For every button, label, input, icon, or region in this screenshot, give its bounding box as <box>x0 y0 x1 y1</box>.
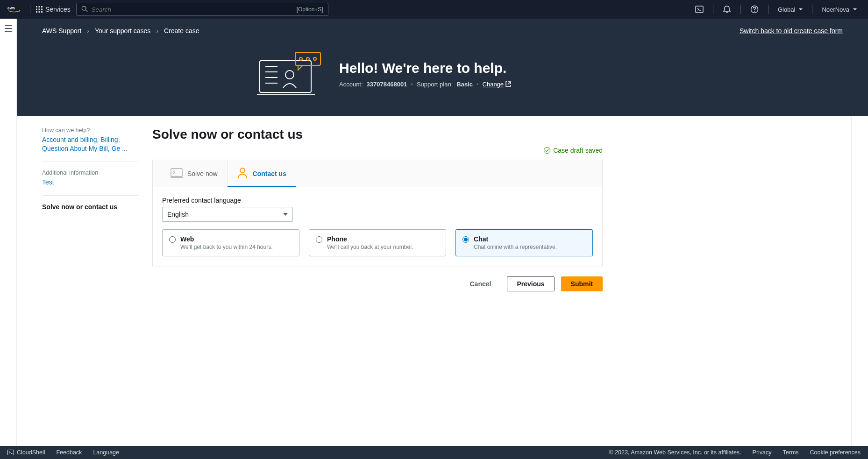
cloudshell-icon <box>7 449 14 456</box>
svg-rect-6 <box>41 9 43 10</box>
draft-saved-status: Case draft saved <box>544 147 603 154</box>
services-menu[interactable]: Services <box>36 6 71 13</box>
divider <box>812 5 812 14</box>
chevron-down-icon <box>799 8 803 10</box>
plan-value: Basic <box>456 81 473 88</box>
option-web-title: Web <box>180 235 273 243</box>
svg-point-15 <box>754 11 755 12</box>
previous-button[interactable]: Previous <box>507 276 554 291</box>
search-input[interactable] <box>92 6 323 13</box>
services-label: Services <box>45 6 71 13</box>
svg-rect-7 <box>36 11 37 13</box>
feedback-link[interactable]: Feedback <box>56 449 82 456</box>
svg-rect-34 <box>171 169 182 177</box>
breadcrumb-current: Create case <box>164 27 199 35</box>
privacy-link[interactable]: Privacy <box>753 449 772 456</box>
switch-old-form-link[interactable]: Switch back to old create case form <box>740 27 843 35</box>
svg-rect-3 <box>41 6 43 7</box>
hamburger-icon <box>5 25 12 32</box>
tab-contact-label: Contact us <box>253 170 286 177</box>
step-2-link[interactable]: Test <box>42 178 138 187</box>
svg-rect-8 <box>39 11 40 13</box>
aws-logo[interactable]: aws <box>7 5 21 14</box>
step-current: Solve now or contact us <box>42 203 138 211</box>
breadcrumb-cases[interactable]: Your support cases <box>95 27 150 35</box>
language-select[interactable]: English <box>162 207 293 222</box>
svg-rect-4 <box>36 9 37 10</box>
chevron-right-icon: › <box>87 27 89 35</box>
step-nav: How can we help? Account and billing, Bi… <box>17 116 148 446</box>
contact-option-phone[interactable]: Phone We'll call you back at your number… <box>309 229 446 256</box>
hero-illustration <box>257 50 322 97</box>
notifications-icon[interactable] <box>723 5 731 14</box>
svg-rect-9 <box>41 11 43 13</box>
svg-rect-1 <box>36 6 37 7</box>
chevron-down-icon <box>853 8 857 10</box>
hero-title: Hello! We're here to help. <box>339 60 511 76</box>
account-menu[interactable]: NoerNova <box>818 6 861 13</box>
search-icon <box>81 6 88 14</box>
breadcrumb-support[interactable]: AWS Support <box>42 27 81 35</box>
language-value: English <box>167 211 189 218</box>
chevron-right-icon: › <box>156 27 158 35</box>
svg-point-31 <box>306 57 309 60</box>
svg-point-28 <box>285 71 294 79</box>
terms-link[interactable]: Terms <box>783 449 799 456</box>
svg-rect-2 <box>39 6 40 7</box>
language-link[interactable]: Language <box>93 449 119 456</box>
svg-line-11 <box>85 10 87 12</box>
region-menu[interactable]: Global <box>774 6 807 13</box>
draft-saved-label: Case draft saved <box>553 147 603 154</box>
divider <box>713 5 713 14</box>
submit-button[interactable]: Submit <box>561 276 603 291</box>
account-id: 337078468001 <box>367 81 407 88</box>
user-label: NoerNova <box>822 6 849 13</box>
divider <box>30 5 30 14</box>
plan-label: Support plan: <box>417 81 453 88</box>
breadcrumb: AWS Support › Your support cases › Creat… <box>42 27 843 35</box>
svg-rect-37 <box>8 450 14 455</box>
contact-option-chat[interactable]: Chat Chat online with a representative. <box>455 229 593 256</box>
cloudshell-label: CloudShell <box>17 449 45 456</box>
divider <box>740 5 741 14</box>
svg-point-30 <box>299 57 302 60</box>
account-label: Account: <box>339 81 363 88</box>
bottom-bar: CloudShell Feedback Language © 2023, Ama… <box>0 446 868 459</box>
page-title: Solve now or contact us <box>152 127 603 142</box>
svg-point-36 <box>240 168 245 173</box>
tab-solve-now[interactable]: Solve now <box>161 160 227 187</box>
language-label: Preferred contact language <box>162 197 593 204</box>
contact-option-web[interactable]: Web We'll get back to you within 24 hour… <box>162 229 299 256</box>
change-plan-link[interactable]: Change <box>483 81 512 88</box>
radio-icon <box>462 236 469 243</box>
step-1-label: How can we help? <box>42 127 138 134</box>
step-2-label: Additional information <box>42 169 138 176</box>
cloudshell-icon[interactable] <box>695 5 704 14</box>
divider <box>42 162 138 162</box>
tab-solve-label: Solve now <box>187 170 218 177</box>
change-label: Change <box>483 81 504 88</box>
svg-point-10 <box>82 6 86 10</box>
chevron-down-icon <box>283 213 288 216</box>
cancel-button[interactable]: Cancel <box>460 276 500 291</box>
search-box[interactable]: [Option+S] <box>76 3 328 16</box>
tabs: Solve now Contact us <box>153 160 602 187</box>
grid-icon <box>36 6 43 13</box>
step-1-link[interactable]: Account and billing, Billing, Question A… <box>42 135 138 153</box>
tab-contact-us[interactable]: Contact us <box>227 160 296 187</box>
cookie-prefs-link[interactable]: Cookie preferences <box>810 449 861 456</box>
solve-icon <box>171 167 183 180</box>
option-chat-title: Chat <box>474 235 557 243</box>
wizard-actions: Cancel Previous Submit <box>152 276 603 291</box>
external-link-icon <box>505 81 511 87</box>
contact-icon <box>237 167 248 180</box>
option-web-desc: We'll get back to you within 24 hours. <box>180 244 273 250</box>
sidebar-toggle[interactable] <box>0 19 17 446</box>
copyright: © 2023, Amazon Web Services, Inc. or its… <box>609 449 741 456</box>
region-label: Global <box>778 6 796 13</box>
option-phone-title: Phone <box>327 235 413 243</box>
svg-text:aws: aws <box>7 6 15 10</box>
cloudshell-link[interactable]: CloudShell <box>7 449 45 456</box>
help-icon[interactable] <box>750 5 759 14</box>
svg-line-33 <box>508 82 511 85</box>
